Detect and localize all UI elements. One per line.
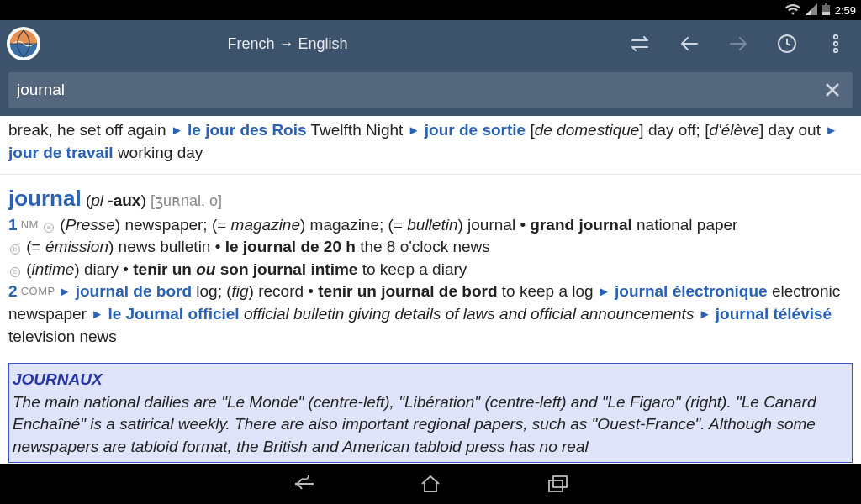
system-nav-bar bbox=[0, 464, 861, 504]
usage-note-body: The main national dailies are "Le Monde"… bbox=[13, 393, 816, 455]
signal-icon bbox=[806, 3, 817, 18]
phrase-link[interactable]: jour de sortie bbox=[425, 121, 526, 139]
usage-note-box: JOURNAUX The main national dailies are "… bbox=[8, 363, 853, 462]
svg-rect-9 bbox=[549, 480, 563, 491]
sense-number: 1 bbox=[8, 216, 18, 234]
phrase-link[interactable]: journal de bord bbox=[76, 282, 192, 300]
battery-icon bbox=[822, 3, 830, 18]
action-bar: French → English bbox=[0, 20, 861, 67]
register-icon: c bbox=[10, 267, 20, 277]
svg-point-8 bbox=[834, 49, 837, 52]
part-of-speech: NM bbox=[18, 218, 42, 231]
phrase-link[interactable]: journal télévisé bbox=[716, 305, 832, 323]
overflow-menu-button[interactable] bbox=[822, 30, 849, 57]
arrow-icon: ► bbox=[59, 284, 71, 298]
search-input[interactable] bbox=[17, 81, 821, 99]
definition-content[interactable]: break, he set off again ► le jour des Ro… bbox=[0, 116, 861, 464]
arrow-icon: ► bbox=[825, 123, 837, 137]
register-icon: b bbox=[10, 244, 20, 255]
arrow-icon: ► bbox=[598, 284, 610, 298]
arrow-icon: ► bbox=[408, 123, 420, 137]
divider bbox=[0, 174, 861, 175]
pronunciation: [ʒuʀnal, o] bbox=[151, 192, 222, 209]
arrow-icon: ► bbox=[699, 307, 711, 321]
previous-entry-fragment: break, he set off again ► le jour des Ro… bbox=[8, 119, 853, 171]
svg-rect-10 bbox=[553, 476, 567, 487]
svg-point-6 bbox=[834, 35, 837, 39]
search-bar bbox=[0, 67, 861, 116]
phrase-link[interactable]: le Journal officiel bbox=[108, 305, 239, 323]
phrase-link[interactable]: jour de travail bbox=[8, 144, 114, 161]
nav-forward-button[interactable] bbox=[725, 30, 752, 57]
svg-rect-1 bbox=[825, 3, 827, 5]
swap-direction-button[interactable] bbox=[627, 30, 654, 57]
headword[interactable]: journal bbox=[8, 186, 82, 211]
history-button[interactable] bbox=[774, 30, 800, 57]
nav-back-button[interactable] bbox=[676, 30, 703, 57]
register-icon: a bbox=[44, 223, 54, 233]
status-bar: 2:59 bbox=[0, 0, 861, 20]
svg-rect-2 bbox=[822, 12, 830, 15]
svg-point-7 bbox=[834, 42, 837, 45]
system-home-button[interactable] bbox=[417, 470, 444, 497]
wifi-icon bbox=[785, 3, 800, 18]
arrow-icon: ► bbox=[171, 123, 183, 137]
phrase-link[interactable]: journal électronique bbox=[615, 282, 768, 300]
usage-note-title: JOURNAUX bbox=[13, 370, 103, 388]
sense-number: 2 bbox=[8, 282, 18, 300]
status-time: 2:59 bbox=[835, 4, 856, 17]
entry-journal: journal (pl -aux) [ʒuʀnal, o] 1 NM a (Pr… bbox=[8, 183, 853, 348]
part-of-speech: COMP bbox=[18, 285, 59, 297]
system-back-button[interactable] bbox=[289, 470, 316, 497]
system-recents-button[interactable] bbox=[545, 470, 572, 497]
clear-search-button[interactable] bbox=[821, 78, 844, 102]
phrase-link[interactable]: le jour des Rois bbox=[188, 121, 306, 139]
arrow-icon: ► bbox=[91, 307, 103, 321]
language-direction[interactable]: French → English bbox=[0, 35, 621, 53]
